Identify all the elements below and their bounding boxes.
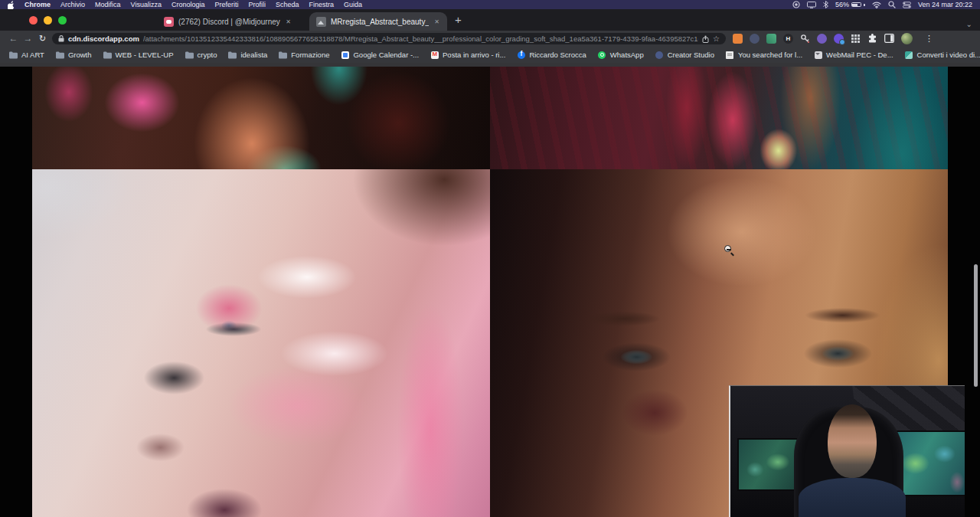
extension-grid-icon[interactable] (851, 34, 861, 44)
extensions-puzzle-icon[interactable] (867, 34, 877, 44)
discord-favicon (164, 17, 174, 27)
menu-archivio[interactable]: Archivio (60, 0, 85, 9)
bookmark-webmail-pec[interactable]: WebMail PEC - De... (814, 51, 893, 59)
fullscreen-window-button[interactable] (58, 16, 67, 25)
battery-icon (851, 2, 861, 7)
folder-icon (56, 51, 64, 59)
bookmark-video-converter[interactable]: Converti i video di... (905, 51, 980, 59)
back-button[interactable]: ← (6, 31, 21, 47)
tab-search-chevron-icon[interactable]: ⌄ (966, 20, 972, 28)
tab-discord[interactable]: (2762) Discord | @Midjourney ✕ (157, 12, 299, 31)
presenter-webcam-overlay (729, 385, 965, 517)
extensions-row: H ⋮ (733, 33, 940, 44)
bluetooth-icon[interactable] (823, 1, 828, 8)
menu-visualizza[interactable]: Visualizza (131, 0, 162, 9)
folder-icon (103, 51, 112, 59)
whatsapp-icon (598, 51, 606, 59)
menu-scheda[interactable]: Scheda (276, 0, 299, 9)
window-controls (0, 16, 67, 25)
tab-title: (2762) Discord | @Midjourney (178, 18, 280, 26)
bookmark-creator-studio[interactable]: Creator Studio (655, 51, 714, 59)
forward-button[interactable]: → (21, 31, 35, 47)
page-icon (726, 51, 734, 59)
share-icon[interactable] (702, 35, 709, 43)
menu-cronologia[interactable]: Cronologia (172, 0, 205, 9)
display-icon[interactable] (807, 2, 816, 8)
side-panel-icon[interactable] (884, 34, 894, 44)
tab-title: MRregista_Abstract_beauty_.. (331, 18, 429, 26)
bookmark-whatsapp[interactable]: WhatsApp (598, 51, 644, 59)
bookmark-star-icon[interactable]: ☆ (713, 34, 720, 43)
bookmarks-bar: AI ART Growth WEB - LEVEL-UP crypto idea… (0, 47, 980, 63)
profile-avatar[interactable] (901, 33, 913, 44)
extension-purple-badge-icon[interactable] (834, 34, 844, 44)
tab-image-active[interactable]: MRregista_Abstract_beauty_.. ✕ (309, 12, 447, 31)
reload-button[interactable]: ↻ (35, 31, 50, 47)
page-content (0, 63, 980, 517)
bookmark-google-calendar[interactable]: Google Calendar -... (341, 51, 419, 59)
url-domain: cdn.discordapp.com (68, 34, 139, 43)
gmail-icon (430, 51, 439, 59)
video-converter-icon (905, 51, 913, 59)
extension-h-icon[interactable]: H (783, 34, 793, 44)
chrome-menu-kebab-icon[interactable]: ⋮ (920, 34, 940, 44)
extension-blue-icon[interactable] (750, 34, 760, 44)
apple-menu-icon[interactable] (8, 1, 15, 9)
spotlight-search-icon[interactable] (888, 1, 896, 8)
address-bar[interactable]: cdn.discordapp.com /attachments/10135123… (52, 33, 726, 44)
menu-guida[interactable]: Guida (344, 0, 362, 9)
google-calendar-icon (341, 51, 349, 59)
control-center-icon[interactable] (903, 2, 911, 8)
menu-finestra[interactable]: Finestra (309, 0, 335, 9)
bookmark-folder-ai-art[interactable]: AI ART (9, 51, 44, 59)
bookmark-folder-web-level-up[interactable]: WEB - LEVEL-UP (103, 51, 174, 59)
menu-profili[interactable]: Profili (248, 0, 266, 9)
creator-studio-icon (655, 51, 664, 59)
new-tab-button[interactable]: + (447, 9, 469, 31)
extension-purple-icon[interactable] (817, 34, 827, 44)
url-path: /attachments/1013512335442333816/1088905… (143, 34, 698, 43)
minimize-window-button[interactable] (44, 16, 52, 25)
bookmark-folder-growth[interactable]: Growth (56, 51, 92, 59)
menu-preferiti[interactable]: Preferiti (214, 0, 238, 9)
macos-menubar: Chrome Archivio Modifica Visualizza Cron… (0, 0, 980, 9)
lock-icon[interactable] (58, 35, 64, 42)
bookmark-folder-idealista[interactable]: idealista (228, 51, 267, 59)
quadrant-portrait-profile (32, 169, 490, 517)
bookmark-folder-crypto[interactable]: crypto (185, 51, 217, 59)
password-key-icon[interactable] (800, 34, 810, 44)
bookmark-you-searched[interactable]: You searched for l... (726, 51, 802, 59)
bookmark-facebook-profile[interactable]: Riccardo Scrocca (517, 51, 586, 59)
extension-orange-icon[interactable] (733, 34, 743, 44)
bookmark-gmail-inbox[interactable]: Posta in arrivo - ri... (430, 51, 505, 59)
folder-icon (9, 51, 18, 59)
menu-chrome[interactable]: Chrome (24, 0, 51, 9)
page-scrollbar-thumb[interactable] (974, 264, 978, 387)
folder-icon (228, 51, 237, 59)
menu-modifica[interactable]: Modifica (95, 0, 121, 9)
menubar-clock[interactable]: Ven 24 mar 20:22 (918, 1, 972, 8)
chrome-toolbar: ← → ↻ cdn.discordapp.com /attachments/10… (0, 31, 980, 47)
battery-percent: 56% (835, 1, 849, 8)
quadrant-abstract-streaks (490, 67, 948, 169)
facebook-icon (517, 51, 525, 59)
wifi-icon[interactable] (872, 2, 881, 8)
quadrant-abstract-figure (32, 67, 490, 169)
bookmark-folder-formazione[interactable]: Formazione (279, 51, 329, 59)
chrome-tabbar: (2762) Discord | @Midjourney ✕ MRregista… (0, 9, 980, 31)
presenter-head (828, 404, 877, 478)
webmail-icon (814, 51, 822, 59)
battery-indicator[interactable]: 56% (835, 1, 865, 8)
folder-icon (279, 51, 287, 59)
close-tab-icon[interactable]: ✕ (285, 18, 292, 25)
folder-icon (185, 51, 194, 59)
image-favicon (316, 17, 326, 27)
presenter-shirt (799, 478, 906, 517)
close-window-button[interactable] (29, 16, 38, 25)
extension-green-icon[interactable] (766, 34, 776, 44)
close-tab-icon[interactable]: ✕ (433, 18, 440, 25)
record-icon[interactable] (792, 1, 800, 8)
